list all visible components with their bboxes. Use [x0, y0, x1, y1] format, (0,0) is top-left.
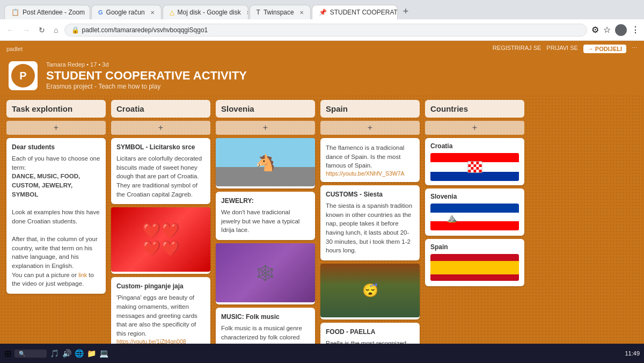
column-countries: Countries + Croatia	[425, 100, 524, 363]
tab-favicon: T	[257, 9, 260, 16]
card-croatia-custom: Custom- pinganje jaja 'Pingana' eggs are…	[111, 277, 210, 350]
taskbar-icon-1[interactable]: 🎵	[50, 349, 59, 358]
lace-image: 🕸️	[216, 243, 315, 302]
slovenia-red-stripe	[430, 221, 519, 230]
flag-label-slovenia: Slovenia	[430, 193, 519, 200]
address-bar[interactable]: 🔒 padlet.com/tamararedep/vsvhvboqqgiSqgo…	[64, 24, 587, 37]
browser-window: 📋 Post Attendee - Zoom ✕ G Google račun …	[0, 0, 644, 41]
tab-favicon: 📋	[11, 9, 19, 16]
card-slovenia-horse-image: 🐴	[216, 138, 315, 188]
taskbar-right: 11:49	[625, 350, 640, 357]
profile-icon[interactable]	[615, 24, 627, 36]
search-bar[interactable]: 🔍	[14, 350, 47, 358]
tab-favicon: G	[98, 9, 103, 16]
more-options-icon[interactable]: ⋯	[632, 45, 638, 53]
menu-icon[interactable]: ⋮	[631, 25, 640, 35]
flag-card-croatia: Croatia	[425, 138, 524, 185]
tab-label: STUDENT COOPERATIVE ACTIVIT...	[330, 9, 398, 16]
column-header-croatia: Croatia	[111, 100, 210, 118]
login-button[interactable]: PRIJAVI SE	[546, 45, 577, 53]
hearts-image: ❤️❤️❤️❤️	[111, 207, 210, 272]
add-card-button-task[interactable]: +	[6, 121, 106, 135]
tab-label: Twinspace	[264, 9, 294, 16]
card-title: JEWELRY:	[221, 197, 310, 205]
new-tab-button[interactable]: +	[399, 4, 413, 19]
card-body: 'Pingana' eggs are beauty of making orna…	[116, 293, 205, 338]
column-spain: Spain + The flamenco is a tradicional da…	[320, 100, 420, 363]
column-header-spain: Spain	[320, 100, 420, 118]
card-title: SYMBOL - Licitarsko srce	[116, 143, 205, 151]
back-button[interactable]: ←	[4, 24, 16, 37]
tab-close[interactable]: ✕	[150, 10, 155, 16]
tab-label: Google račun	[106, 9, 145, 16]
tab-favicon: 📌	[319, 9, 327, 16]
share-button[interactable]: → PODIJELI	[583, 45, 626, 53]
crest-grid	[467, 161, 482, 173]
croatia-crest	[467, 161, 482, 173]
tab-close[interactable]: ✕	[246, 10, 248, 16]
slovenia-flag-stripes	[430, 204, 519, 230]
spain-red-top	[430, 254, 519, 261]
card-body: Folk music is a musical genre characteri…	[221, 324, 310, 342]
nav-bar: ← → ↻ ⌂ 🔒 padlet.com/tamararedep/vsvhvbo…	[0, 19, 644, 41]
home-button[interactable]: ⌂	[52, 24, 60, 37]
card-body: Licitars are colorfully decorated biscui…	[116, 154, 205, 199]
taskbar-icon-5[interactable]: 💻	[99, 349, 108, 358]
link[interactable]: link	[78, 272, 87, 278]
tab-label: Moj disk - Google disk	[178, 9, 241, 16]
taskbar-icon-3[interactable]: 🌐	[75, 349, 84, 358]
extensions-icon[interactable]: ⚙	[591, 25, 599, 35]
kanban-board: Task explontion + Dear students Each of …	[0, 95, 644, 363]
add-card-button-spain[interactable]: +	[320, 121, 420, 135]
card-body: Each of you have to choose one term: DAN…	[12, 154, 100, 288]
tab-padlet[interactable]: 📌 STUDENT COOPERATIVE ACTIVIT... ✕	[312, 5, 398, 19]
start-button[interactable]: ⊞	[4, 349, 11, 359]
croatia-blue-stripe	[430, 172, 519, 181]
card-slovenia-music: MUSIC: Folk music Folk music is a musica…	[216, 308, 315, 347]
reload-button[interactable]: ↻	[36, 24, 47, 37]
tab-google-drive[interactable]: △ Moj disk - Google disk ✕	[163, 5, 248, 19]
card-body: The siesta is a spanish tradition known …	[326, 201, 414, 255]
slovenia-blue-stripe	[430, 204, 519, 213]
forward-button[interactable]: →	[20, 24, 32, 37]
tab-label: Post Attendee - Zoom	[23, 9, 85, 16]
tab-close[interactable]: ✕	[299, 10, 304, 16]
taskbar-icon-2[interactable]: 🔊	[62, 349, 71, 358]
slovenia-flag: ⛰️	[430, 204, 519, 231]
column-header-countries: Countries	[425, 100, 524, 118]
bookmark-icon[interactable]: ☆	[603, 25, 611, 35]
column-header-slovenia: Slovenia	[216, 100, 315, 118]
cg	[479, 170, 481, 172]
card-task-0: Dear students Each of you have to choose…	[6, 138, 106, 294]
column-croatia: Croatia + SYMBOL - Licitarsko srce Licit…	[111, 100, 210, 363]
column-slovenia: Slovenia + 🐴 JEWELRY: We don't have trad…	[216, 100, 315, 363]
card-title: FOOD - PAELLA	[326, 328, 414, 336]
card-title: MUSIC: Folk music	[221, 313, 310, 321]
user-info: Tamara Redep • 17 • 3d	[46, 61, 247, 68]
taskbar-time: 11:49	[625, 350, 640, 357]
taskbar-icon-4[interactable]: 📁	[87, 349, 96, 358]
card-bold-text: DANCE, MUSIC, FOOD, CUSTOM, JEWELRY, SYM…	[12, 173, 80, 197]
tab-twinspace[interactable]: T Twinspace ✕	[250, 5, 311, 19]
tab-google-account[interactable]: G Google račun ✕	[91, 5, 162, 19]
spain-flamenco-link[interactable]: https://youtu.be/XNhfV_S3W7A	[326, 170, 405, 177]
add-card-button-croatia[interactable]: +	[111, 121, 210, 135]
spain-red-bottom	[430, 274, 519, 281]
card-title: Dear students	[12, 143, 100, 151]
tab-post-attendee[interactable]: 📋 Post Attendee - Zoom ✕	[4, 5, 90, 19]
hearts-icon: ❤️❤️❤️❤️	[142, 222, 180, 257]
column-task: Task explontion + Dear students Each of …	[6, 100, 106, 363]
card-croatia-symbol: SYMBOL - Licitarsko srce Licitars are co…	[111, 138, 210, 204]
slovenia-crest: ⛰️	[447, 213, 457, 223]
svg-text:P: P	[19, 70, 26, 82]
padlet-subtitle: Erasmus project - Teach me how to play	[46, 83, 247, 90]
card-slovenia-jewelry: JEWELRY: We don't have tradicional jewel…	[216, 192, 315, 240]
add-card-button-countries[interactable]: +	[425, 121, 524, 135]
register-button[interactable]: REGISTRIRAJ SE	[493, 45, 541, 53]
add-card-button-slovenia[interactable]: +	[216, 121, 315, 135]
flag-label-spain: Spain	[430, 243, 519, 251]
card-body: The flamenco is a tradicional dance of S…	[326, 143, 414, 170]
lock-icon: 🔒	[71, 26, 79, 34]
app-bar-actions: REGISTRIRAJ SE PRIJAVI SE → PODIJELI ⋯	[493, 45, 638, 53]
flag-label-croatia: Croatia	[430, 142, 519, 150]
